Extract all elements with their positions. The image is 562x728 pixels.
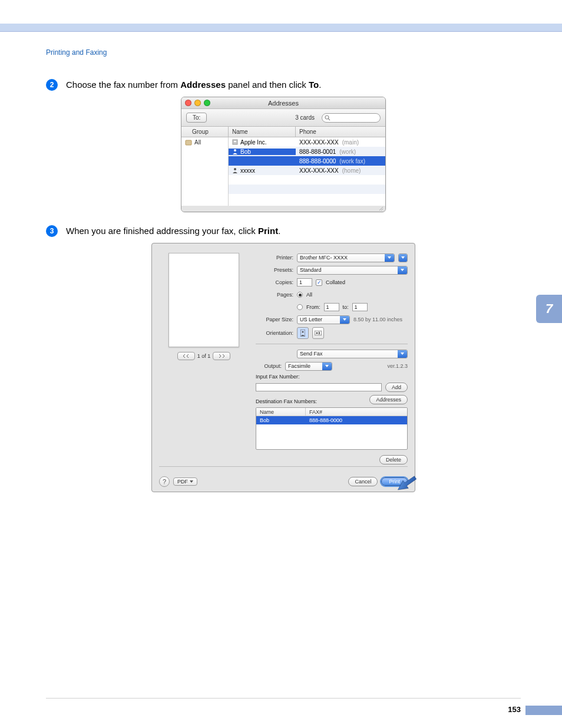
step-2-text: Choose the fax number from Addresses pan… <box>66 79 321 91</box>
pages-from-input[interactable]: 1 <box>324 303 339 311</box>
chapter-tab: 7 <box>536 295 562 323</box>
pages-all-radio[interactable] <box>297 292 303 298</box>
collated-checkbox[interactable] <box>316 279 322 286</box>
table-row[interactable]: xxxxx XXX-XXX-XXX(home) <box>229 166 385 175</box>
group-all[interactable]: All <box>181 137 228 147</box>
printer-select[interactable]: Brother MFC- XXXX <box>297 253 395 262</box>
svg-point-8 <box>234 168 236 170</box>
cell-phone-type: (main) <box>342 139 359 146</box>
presets-select[interactable]: Standard <box>297 266 408 275</box>
cell-name: xxxxx <box>240 167 255 174</box>
paper-dimensions: 8.50 by 11.00 inches <box>353 317 402 322</box>
cell-phone: 888-888-0000 <box>299 158 336 164</box>
addresses-titlebar: Addresses <box>181 97 385 109</box>
preview-prev-button[interactable] <box>177 352 195 360</box>
svg-point-7 <box>234 149 236 151</box>
printer-status-button[interactable] <box>398 253 408 262</box>
label-output: Output: <box>256 363 282 369</box>
paper-size-select[interactable]: US Letter <box>297 315 350 324</box>
label-orientation: Orientation: <box>256 330 293 336</box>
print-bottom-bar: ? PDF Cancel Print <box>159 472 408 487</box>
col-header-phone[interactable]: Phone <box>296 127 385 137</box>
cell-phone-type: (work fax) <box>339 158 365 164</box>
presets-value: Standard <box>300 267 322 273</box>
addresses-title-text: Addresses <box>268 100 299 107</box>
table-row[interactable]: Bob 888-888-0001(work) <box>229 147 385 156</box>
figure-print-wrap: 1 of 1 Printer: Brother MFC- XXXX Preset… <box>46 243 521 492</box>
person-icon <box>232 149 238 154</box>
pages-range-radio[interactable] <box>297 304 303 310</box>
footer-rule <box>46 698 521 699</box>
version-text: ver.1.2.3 <box>387 363 408 369</box>
dest-col-name[interactable]: Name <box>256 408 306 416</box>
table-row-selected[interactable]: 888-888-0000(work fax) <box>229 156 385 166</box>
step-2-post: . <box>319 80 321 90</box>
person-icon <box>232 167 238 173</box>
cell-phone: XXX-XXX-XXX <box>299 139 339 146</box>
step-2-badge: 2 <box>46 79 58 91</box>
label-to: to: <box>343 304 349 310</box>
step-2-b1: Addresses <box>180 80 226 90</box>
zoom-icon[interactable] <box>204 100 210 106</box>
svg-point-12 <box>302 331 304 333</box>
pages-to-input[interactable]: 1 <box>352 303 368 311</box>
svg-line-10 <box>381 209 383 210</box>
step-3: 3 When you are finished addressing your … <box>46 225 521 237</box>
cell-phone: 888-888-0001 <box>299 149 336 155</box>
search-input[interactable] <box>322 113 381 123</box>
label-pages: Pages: <box>256 292 293 298</box>
svg-rect-13 <box>315 331 322 335</box>
close-icon[interactable] <box>185 100 191 106</box>
destination-fax-table: Name FAX# Bob 888-888-0000 <box>256 407 408 450</box>
print-dialog: 1 of 1 Printer: Brother MFC- XXXX Preset… <box>151 243 415 492</box>
top-blank <box>0 0 562 24</box>
orientation-landscape-button[interactable] <box>312 327 324 339</box>
page-number: 153 <box>508 705 521 714</box>
step-3-badge: 3 <box>46 225 58 237</box>
dest-row-selected[interactable]: Bob 888-888-0000 <box>256 416 407 424</box>
svg-line-1 <box>328 118 330 120</box>
cancel-button[interactable]: Cancel <box>348 477 378 486</box>
addresses-body: All Apple Inc. XXX-XXX-XXX(main) <box>181 137 385 206</box>
step-3-text: When you are finished addressing your fa… <box>66 225 280 237</box>
help-button[interactable]: ? <box>159 476 170 487</box>
preview-next-button[interactable] <box>213 352 230 360</box>
table-row-empty <box>229 194 385 203</box>
fax-number-input[interactable] <box>256 383 382 391</box>
svg-point-14 <box>316 332 318 334</box>
figure-addresses-wrap: Addresses To: 3 cards Group Name Phone <box>46 97 521 212</box>
pdf-button[interactable]: PDF <box>173 477 197 486</box>
step-3-pre: When you are finished addressing your fa… <box>66 226 258 236</box>
chevron-down-icon <box>190 480 193 483</box>
cell-phone: XXX-XXX-XXX <box>299 167 339 174</box>
cell-phone-type: (work) <box>339 149 356 155</box>
label-copies: Copies: <box>256 279 293 285</box>
col-header-group[interactable]: Group <box>181 127 229 137</box>
output-select[interactable]: Facsimile <box>285 362 332 371</box>
step-3-b1: Print <box>258 226 278 236</box>
window-controls <box>185 100 210 106</box>
addresses-button[interactable]: Addresses <box>369 395 408 404</box>
orientation-portrait-button[interactable] <box>297 327 309 339</box>
svg-point-0 <box>325 116 329 119</box>
divider <box>256 344 408 344</box>
minimize-icon[interactable] <box>194 100 201 106</box>
add-button[interactable]: Add <box>385 383 408 392</box>
divider <box>159 466 408 467</box>
svg-rect-4 <box>234 141 235 142</box>
label-pages-all: All <box>306 292 312 298</box>
pane-select[interactable]: Send Fax <box>297 350 408 358</box>
svg-marker-15 <box>190 480 193 483</box>
step-2: 2 Choose the fax number from Addresses p… <box>46 79 521 91</box>
to-button[interactable]: To: <box>186 113 207 123</box>
copies-input[interactable]: 1 <box>297 278 312 286</box>
output-value: Facsimile <box>288 363 310 369</box>
col-header-name[interactable]: Name <box>229 127 296 137</box>
dest-cell-name: Bob <box>256 416 306 424</box>
print-preview-column: 1 of 1 <box>159 253 249 465</box>
delete-button[interactable]: Delete <box>379 455 408 465</box>
table-row[interactable]: Apple Inc. XXX-XXX-XXX(main) <box>229 137 385 147</box>
dest-col-fax[interactable]: FAX# <box>306 408 326 416</box>
preview-page-count: 1 of 1 <box>197 353 211 359</box>
resize-handle[interactable] <box>181 206 385 212</box>
